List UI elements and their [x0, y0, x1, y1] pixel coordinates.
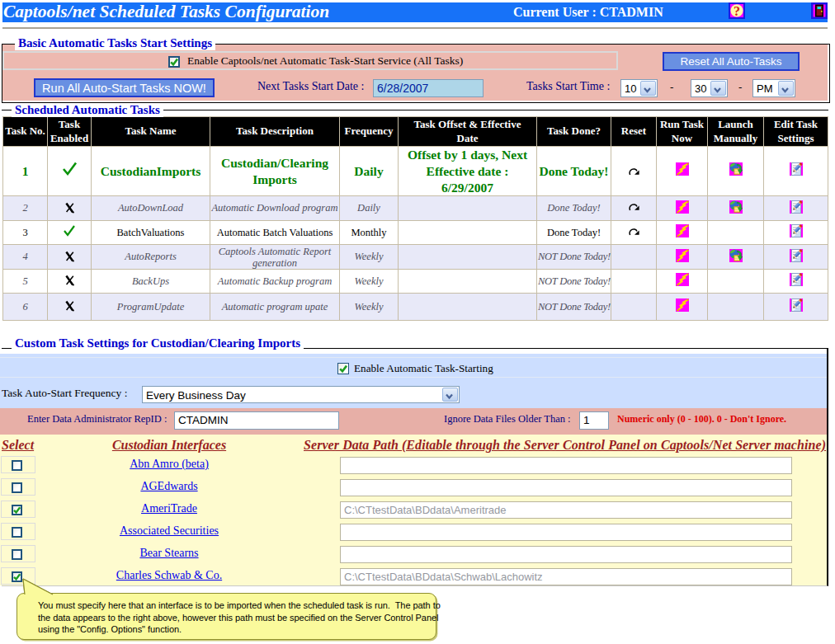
svg-text:?: ?: [734, 4, 740, 18]
